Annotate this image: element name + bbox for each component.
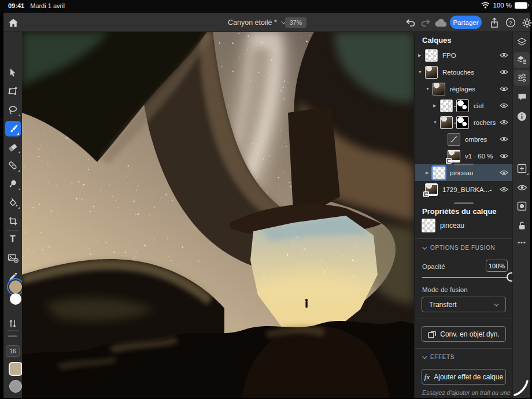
disclosure-triangle-icon[interactable]: ▶ <box>418 53 425 58</box>
visibility-icon[interactable] <box>514 180 530 195</box>
blend-mode-select[interactable]: Transfert <box>422 297 506 312</box>
properties-layer-thumbnail <box>422 219 435 232</box>
layer-name: 1729_BURKA...-NR33 <box>442 186 492 193</box>
layer-visibility-toggle[interactable] <box>500 86 508 92</box>
layer-row[interactable]: ▶ciel <box>415 97 513 114</box>
disclosure-triangle-icon[interactable]: ▶ <box>426 171 433 175</box>
wifi-icon <box>481 2 490 9</box>
blend-mode-label: Mode de fusion <box>422 286 468 293</box>
background-color-swatch[interactable] <box>10 293 21 305</box>
clone-stamp-tool[interactable] <box>3 176 22 192</box>
transform-tool[interactable] <box>3 83 22 99</box>
smart-object-badge <box>423 191 429 197</box>
move-tool[interactable] <box>3 64 22 80</box>
smart-object-badge <box>446 158 452 164</box>
tool-sidebar: T 16 ••• <box>3 32 22 398</box>
layers-panel: Calques ▶FPO▼Retouches▼réglages▶ciel▼roc… <box>414 32 512 398</box>
type-tool[interactable]: T <box>3 231 22 247</box>
adjustment-thumbnail <box>448 133 460 146</box>
brush-tool[interactable] <box>5 121 21 136</box>
fill-tool[interactable] <box>3 194 22 210</box>
layer-visibility-toggle[interactable] <box>500 119 508 125</box>
layers-stack-icon[interactable] <box>514 34 530 50</box>
crop-tool[interactable] <box>3 213 22 229</box>
layer-row[interactable]: ▼réglages <box>415 80 513 97</box>
status-time: 09:41 <box>8 2 24 9</box>
lock-icon[interactable] <box>514 217 530 233</box>
corner-gesture-indicator[interactable] <box>512 379 529 397</box>
layer-visibility-toggle[interactable] <box>500 153 508 159</box>
layer-name: rochers <box>474 119 496 126</box>
toolbar-drag-handle[interactable] <box>8 335 17 337</box>
document-title[interactable]: Canyon étoilé * <box>228 13 285 32</box>
layer-row[interactable]: ▶pinceau <box>415 164 513 181</box>
opacity-slider[interactable] <box>422 277 509 278</box>
layers-scroll-handle[interactable] <box>454 164 474 165</box>
export-icon[interactable] <box>488 16 501 29</box>
share-button[interactable]: Partager <box>450 16 482 29</box>
layer-thumbnail <box>425 49 438 62</box>
mask-icon[interactable] <box>514 198 530 214</box>
layer-row[interactable]: ▼rochers <box>415 114 513 131</box>
layer-name: Retouches <box>442 69 474 76</box>
lasso-tool[interactable] <box>3 102 22 118</box>
more-options-icon[interactable]: ••• <box>3 396 22 399</box>
layer-visibility-toggle[interactable] <box>500 136 508 142</box>
opacity-value-box[interactable]: 100% <box>486 260 508 272</box>
layer-name: ciel <box>474 102 483 109</box>
disclosure-triangle-icon[interactable]: ▼ <box>418 70 425 74</box>
layer-visibility-toggle[interactable] <box>500 52 508 58</box>
top-toolbar: Canyon étoilé * 37% Partager ? <box>3 13 530 32</box>
disclosure-triangle-icon[interactable]: ▼ <box>426 87 433 91</box>
layer-row[interactable]: 1729_BURKA...-NR33 <box>415 181 513 198</box>
brush-tool-selected[interactable] <box>3 120 22 136</box>
brush-size-badge[interactable]: 16 <box>6 345 20 357</box>
layer-row[interactable]: v1 - 60 % <box>415 147 513 164</box>
healing-tool[interactable] <box>3 157 22 173</box>
info-icon[interactable] <box>514 109 530 124</box>
comment-icon[interactable] <box>514 90 530 105</box>
place-image-tool[interactable] <box>3 250 22 266</box>
redo-icon[interactable] <box>419 16 432 29</box>
effects-section-header[interactable]: EFFETS <box>422 354 455 360</box>
opacity-label: Opacité <box>422 263 445 270</box>
settings-gear-icon[interactable] <box>520 16 532 29</box>
disclosure-triangle-icon[interactable]: ▼ <box>433 120 440 124</box>
undo-icon[interactable] <box>404 16 416 29</box>
add-layer-effect-button[interactable]: fx Ajouter effet de calque <box>422 369 506 385</box>
zoom-level-badge[interactable]: 37% <box>285 17 306 28</box>
brush-opacity-swatch[interactable] <box>9 380 22 393</box>
layer-row[interactable]: ▶FPO <box>415 47 513 64</box>
layer-list: ▶FPO▼Retouches▼réglages▶ciel▼rochersombr… <box>415 47 513 198</box>
layer-visibility-toggle[interactable] <box>500 102 508 109</box>
help-icon[interactable]: ? <box>504 16 517 29</box>
layer-visibility-toggle[interactable] <box>500 69 508 75</box>
layers-panel-title: Calques <box>422 36 452 45</box>
more-icon[interactable]: ••• <box>514 234 530 250</box>
brush-color-swatch[interactable] <box>9 362 23 376</box>
properties-layer-row: pinceau <box>422 219 464 232</box>
battery-icon <box>515 2 527 9</box>
layer-properties-icon[interactable] <box>514 52 530 68</box>
swap-colors-icon[interactable] <box>3 315 22 331</box>
chevron-down-icon <box>494 301 498 306</box>
foreground-color-swatch[interactable] <box>9 280 22 293</box>
adjustments-icon[interactable] <box>514 70 530 86</box>
properties-layer-name: pinceau <box>440 221 464 230</box>
canvas-image <box>22 32 414 398</box>
document-canvas[interactable] <box>22 32 414 398</box>
eraser-tool[interactable] <box>3 139 22 155</box>
layer-row[interactable]: ▼Retouches <box>415 64 513 80</box>
disclosure-triangle-icon[interactable]: ▶ <box>433 104 440 108</box>
add-layer-icon[interactable] <box>514 161 530 176</box>
home-icon[interactable] <box>7 16 20 29</box>
cloud-sync-icon[interactable] <box>435 16 448 29</box>
layer-thumbnail <box>440 99 453 112</box>
smart-object-thumbnail <box>448 150 460 162</box>
fusion-section-header[interactable]: OPTIONS DE FUSION <box>422 245 495 251</box>
layer-visibility-toggle[interactable] <box>500 186 508 193</box>
layer-visibility-toggle[interactable] <box>500 169 508 176</box>
panel-resize-handle[interactable] <box>454 202 474 204</box>
convert-smart-object-button[interactable]: Conv. en objet dyn. <box>422 326 506 342</box>
layer-row[interactable]: ombres <box>415 131 513 147</box>
